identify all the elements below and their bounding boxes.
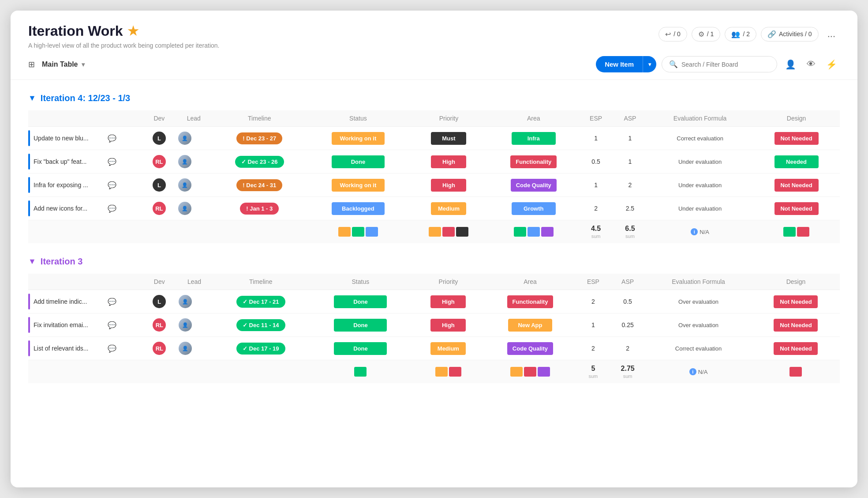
avatar: RL <box>153 318 166 332</box>
sum-empty <box>28 220 143 244</box>
timeline-cell: ! Dec 23 - 27 <box>212 127 307 150</box>
header-left: Iteration Work ★ A high-level view of al… <box>28 23 219 49</box>
design-badge: Not Needed <box>774 132 819 145</box>
priority-cell: Must <box>409 127 488 150</box>
area-cell: Growth <box>488 197 579 220</box>
sum-eval: i N/A <box>647 220 753 244</box>
iteration4-title: Iteration 4: 12/23 - 1/3 <box>41 93 130 103</box>
content: ▼ Iteration 4: 12/23 - 1/3 Dev Lead Time… <box>11 80 857 487</box>
search-filter-wrap[interactable]: 🔍 <box>662 56 777 72</box>
new-item-button[interactable]: New Item ▾ <box>596 56 656 72</box>
iteration4-columns: Dev Lead Timeline Status Priority Area E… <box>28 110 840 127</box>
timeline-cell: ✓ Dec 23 - 26 <box>212 150 307 174</box>
row-color-bar <box>28 200 30 216</box>
design-cell: Not Needed <box>752 290 840 313</box>
activities-badge[interactable]: 🔗 Activities / 0 <box>761 27 819 42</box>
timeline-badge: ✓ Dec 11 - 14 <box>236 319 285 331</box>
eval-cell: Under evaluation <box>647 150 753 174</box>
status-badge: Backlogged <box>332 202 385 215</box>
table-row[interactable]: List of relevant ids... 💬 RL 👤 ✓ Dec 17 … <box>28 337 840 360</box>
app-container: Iteration Work ★ A high-level view of al… <box>11 11 857 487</box>
item-cell: Fix invitation emai... 💬 <box>28 313 143 337</box>
col-asp: ASP <box>610 274 645 290</box>
comments-badge[interactable]: ↩ / 0 <box>658 27 687 42</box>
iteration3-columns: Dev Lead Timeline Status Priority Area E… <box>28 274 840 290</box>
item-cell: Add new icons for... 💬 <box>28 197 143 220</box>
esp-cell: 1 <box>576 313 610 337</box>
search-icon: 🔍 <box>669 60 678 68</box>
table-row[interactable]: Infra for exposing ... 💬 L 👤 ! Dec 24 - … <box>28 174 840 197</box>
comment-icon[interactable]: 💬 <box>108 134 116 143</box>
avatar: L <box>153 132 166 145</box>
filter-icon[interactable]: ⚡ <box>823 57 840 72</box>
timeline-cell: ✓ Dec 17 - 21 <box>213 290 309 313</box>
table-row[interactable]: Fix "back up" feat... 💬 RL 👤 ✓ Dec 23 - … <box>28 150 840 174</box>
table-row[interactable]: Add new icons for... 💬 RL 👤 ! Jan 1 - 3 … <box>28 197 840 220</box>
asp-cell: 0.5 <box>610 290 645 313</box>
comment-icon[interactable]: 💬 <box>108 321 116 329</box>
iteration3-toggle[interactable]: ▼ <box>28 257 36 266</box>
status-cell: Done <box>307 150 409 174</box>
sum-row: 4.5 sum 6.5 sum i N/A <box>28 220 840 244</box>
search-input[interactable] <box>681 61 770 68</box>
priority-cell: High <box>409 174 488 197</box>
comment-icon[interactable]: 💬 <box>108 204 116 213</box>
info-icon: i <box>689 368 696 375</box>
iteration4-section: ▼ Iteration 4: 12/23 - 1/3 Dev Lead Time… <box>28 93 840 243</box>
comment-icon[interactable]: 💬 <box>108 298 116 306</box>
status-cell: Backlogged <box>307 197 409 220</box>
lead-cell: 👤 <box>176 290 213 313</box>
eye-slash-icon[interactable]: 👁 <box>804 57 818 72</box>
avatar: RL <box>153 342 166 355</box>
members-badge[interactable]: 👥 / 2 <box>725 27 756 42</box>
col-design: Design <box>753 110 840 127</box>
sum-timeline <box>212 220 307 244</box>
design-cell: Not Needed <box>752 337 840 360</box>
priority-badge: High <box>431 179 466 192</box>
header: Iteration Work ★ A high-level view of al… <box>11 11 857 49</box>
area-cell: Infra <box>488 127 579 150</box>
main-table-button[interactable]: Main Table ▾ <box>38 59 88 70</box>
item-name: List of relevant ids... <box>34 345 104 352</box>
comment-icon[interactable]: 💬 <box>108 181 116 189</box>
timeline-cell: ! Dec 24 - 31 <box>212 174 307 197</box>
iteration4-toggle[interactable]: ▼ <box>28 94 36 103</box>
col-status: Status <box>307 110 409 127</box>
row-color-bar <box>28 154 30 170</box>
status-badge: Working on it <box>332 179 385 192</box>
iteration4-table: Dev Lead Timeline Status Priority Area E… <box>28 110 840 243</box>
table-row[interactable]: Add timeline indic... 💬 L 👤 ✓ Dec 17 - 2… <box>28 290 840 313</box>
row-color-bar <box>28 177 30 193</box>
links-badge[interactable]: ⚙ / 1 <box>692 27 721 42</box>
item-cell: Update to new blu... 💬 <box>28 127 143 150</box>
sum-priority <box>409 220 488 244</box>
status-badge: Done <box>332 155 385 168</box>
row-color-bar <box>28 294 30 309</box>
more-menu-button[interactable]: ... <box>823 26 840 42</box>
row-color-bar <box>28 130 30 146</box>
sum-dev <box>143 360 176 384</box>
priority-badge: High <box>430 319 466 332</box>
col-area: Area <box>484 274 576 290</box>
table-row[interactable]: Fix invitation emai... 💬 RL 👤 ✓ Dec 11 -… <box>28 313 840 337</box>
col-area: Area <box>488 110 579 127</box>
asp-cell: 2.5 <box>613 197 647 220</box>
priority-badge: High <box>431 155 466 168</box>
sum-lead <box>176 360 213 384</box>
sum-status <box>307 220 409 244</box>
item-cell: Fix "back up" feat... 💬 <box>28 150 143 174</box>
sum-status <box>309 360 412 384</box>
status-cell: Done <box>309 313 412 337</box>
row-color-bar <box>28 340 30 356</box>
table-row[interactable]: Update to new blu... 💬 L 👤 ! Dec 23 - 27… <box>28 127 840 150</box>
iteration3-table: Dev Lead Timeline Status Priority Area E… <box>28 274 840 383</box>
design-badge: Not Needed <box>774 179 819 192</box>
sum-dev <box>143 220 176 244</box>
sum-empty <box>28 360 143 384</box>
comment-icon[interactable]: 💬 <box>108 158 116 166</box>
design-badge: Not Needed <box>774 202 819 215</box>
star-icon[interactable]: ★ <box>127 24 138 38</box>
user-icon[interactable]: 👤 <box>782 57 799 72</box>
comment-icon[interactable]: 💬 <box>108 344 116 353</box>
col-eval: Evaluation Formula <box>645 274 752 290</box>
